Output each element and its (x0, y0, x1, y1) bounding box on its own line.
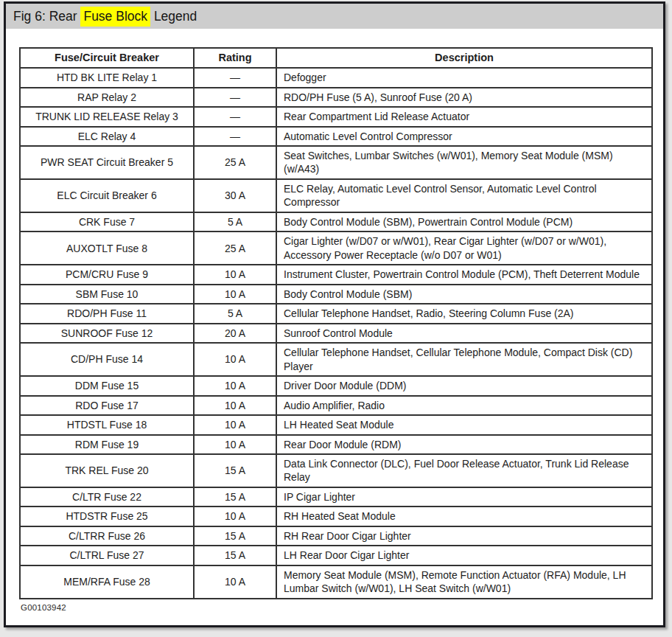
fuse-cell: CRK Fuse 7 (20, 212, 194, 232)
table-row: RDM Fuse 1910 ARear Door Module (RDM) (20, 435, 652, 454)
description-cell: RDO/PH Fuse (5 A), Sunroof Fuse (20 A) (276, 88, 652, 107)
fuse-cell: PWR SEAT Circuit Breaker 5 (20, 146, 194, 179)
rating-cell: 15 A (194, 487, 276, 507)
rating-cell: 10 A (194, 376, 276, 395)
description-cell: RH Rear Door Cigar Lighter (276, 526, 652, 546)
table-row: TRK REL Fuse 2015 AData Link Connector (… (20, 454, 652, 487)
fuse-cell: MEM/RFA Fuse 28 (20, 565, 194, 599)
table-row: SBM Fuse 1010 ABody Control Module (SBM) (20, 285, 652, 304)
rating-cell: 20 A (194, 324, 276, 343)
description-cell: ELC Relay, Automatic Level Control Senso… (276, 179, 652, 212)
rating-cell: 10 A (194, 343, 276, 376)
fuse-legend-table: Fuse/Circuit Breaker Rating Description … (19, 47, 653, 599)
figure-title-highlight: Fuse Block (80, 7, 150, 27)
rating-cell: — (194, 68, 276, 87)
table-row: PWR SEAT Circuit Breaker 525 ASeat Switc… (20, 146, 652, 179)
rating-cell: 10 A (194, 565, 276, 599)
fuse-cell: ELC Relay 4 (20, 127, 194, 146)
description-cell: Defogger (276, 68, 652, 87)
fuse-cell: SUNROOF Fuse 12 (20, 324, 194, 343)
column-header-fuse: Fuse/Circuit Breaker (20, 48, 194, 68)
fuse-cell: HTDSTL Fuse 18 (20, 415, 194, 434)
fuse-cell: C/LTRR Fuse 26 (20, 526, 194, 546)
rating-cell: — (194, 88, 276, 107)
description-cell: RH Heated Seat Module (276, 507, 652, 526)
fuse-cell: C/LTRL Fuse 27 (20, 546, 194, 565)
table-row: PCM/CRU Fuse 910 AInstrument Cluster, Po… (20, 265, 652, 284)
figure-title-prefix: Fig 6: Rear (13, 9, 80, 24)
rating-cell: 10 A (194, 396, 276, 415)
fuse-cell: RDO/PH Fuse 11 (20, 304, 194, 323)
table-header-row: Fuse/Circuit Breaker Rating Description (20, 48, 652, 68)
rating-cell: 15 A (194, 526, 276, 546)
rating-cell: — (194, 107, 276, 126)
fuse-cell: DDM Fuse 15 (20, 376, 194, 395)
table-row: MEM/RFA Fuse 2810 AMemory Seat Module (M… (20, 565, 652, 599)
table-row: C/LTRL Fuse 2715 ALH Rear Door Cigar Lig… (20, 546, 652, 565)
description-cell: Cellular Telephone Handset, Cellular Tel… (276, 343, 652, 376)
table-row: CD/PH Fuse 1410 ACellular Telephone Hand… (20, 343, 652, 376)
fuse-cell: HTD BK LITE Relay 1 (20, 68, 194, 87)
figure-code: G00103942 (21, 603, 663, 612)
table-row: RDO/PH Fuse 115 ACellular Telephone Hand… (20, 304, 652, 323)
figure-title-bar: Fig 6: Rear Fuse Block Legend (6, 4, 663, 29)
table-row: ELC Relay 4—Automatic Level Control Comp… (20, 127, 652, 146)
table-row: SUNROOF Fuse 1220 ASunroof Control Modul… (20, 324, 652, 343)
rating-cell: 5 A (194, 212, 276, 232)
description-cell: Seat Switches, Lumbar Switches (w/W01), … (276, 146, 652, 179)
description-cell: Cellular Telephone Handset, Radio, Steer… (276, 304, 652, 323)
description-cell: LH Heated Seat Module (276, 415, 652, 434)
table-row: RDO Fuse 1710 AAudio Amplifier, Radio (20, 396, 652, 415)
fuse-cell: ELC Circuit Breaker 6 (20, 179, 194, 212)
description-cell: Data Link Connector (DLC), Fuel Door Rel… (276, 454, 652, 487)
fuse-cell: RDO Fuse 17 (20, 396, 194, 415)
rating-cell: 25 A (194, 232, 276, 265)
description-cell: Rear Door Module (RDM) (276, 435, 652, 454)
fuse-cell: AUXOTLT Fuse 8 (20, 232, 194, 265)
table-row: ELC Circuit Breaker 630 AELC Relay, Auto… (20, 179, 652, 212)
description-cell: Cigar Lighter (w/D07 or w/W01), Rear Cig… (276, 232, 652, 265)
table-row: C/LTR Fuse 2215 AIP Cigar Lighter (20, 487, 652, 507)
table-row: TRUNK LID RELEASE Relay 3—Rear Compartme… (20, 107, 652, 126)
table-row: AUXOTLT Fuse 825 ACigar Lighter (w/D07 o… (20, 232, 652, 265)
rating-cell: — (194, 127, 276, 146)
fuse-cell: SBM Fuse 10 (20, 285, 194, 304)
rating-cell: 10 A (194, 435, 276, 454)
rating-cell: 10 A (194, 285, 276, 304)
table-row: RAP Relay 2—RDO/PH Fuse (5 A), Sunroof F… (20, 88, 652, 107)
fuse-cell: RAP Relay 2 (20, 88, 194, 107)
rating-cell: 10 A (194, 265, 276, 284)
rating-cell: 10 A (194, 507, 276, 526)
table-row: HTD BK LITE Relay 1—Defogger (20, 68, 652, 87)
document-frame: Fig 6: Rear Fuse Block Legend Fuse/Circu… (4, 1, 665, 627)
rating-cell: 15 A (194, 546, 276, 565)
fuse-cell: RDM Fuse 19 (20, 435, 194, 454)
fuse-cell: HTDSTR Fuse 25 (20, 507, 194, 526)
rating-cell: 25 A (194, 146, 276, 179)
table-row: HTDSTL Fuse 1810 ALH Heated Seat Module (20, 415, 652, 434)
document-content: Fuse/Circuit Breaker Rating Description … (6, 29, 663, 612)
fuse-cell: PCM/CRU Fuse 9 (20, 265, 194, 284)
fuse-table-body: HTD BK LITE Relay 1—DefoggerRAP Relay 2—… (20, 68, 652, 599)
fuse-cell: TRUNK LID RELEASE Relay 3 (20, 107, 194, 126)
description-cell: Driver Door Module (DDM) (276, 376, 652, 395)
description-cell: IP Cigar Lighter (276, 487, 652, 507)
table-row: CRK Fuse 75 ABody Control Module (SBM), … (20, 212, 652, 232)
table-row: C/LTRR Fuse 2615 ARH Rear Door Cigar Lig… (20, 526, 652, 546)
rating-cell: 5 A (194, 304, 276, 323)
description-cell: Instrument Cluster, Powertrain Control M… (276, 265, 652, 284)
description-cell: Automatic Level Control Compressor (276, 127, 652, 146)
description-cell: Sunroof Control Module (276, 324, 652, 343)
fuse-cell: C/LTR Fuse 22 (20, 487, 194, 507)
description-cell: Audio Amplifier, Radio (276, 396, 652, 415)
description-cell: LH Rear Door Cigar Lighter (276, 546, 652, 565)
rating-cell: 30 A (194, 179, 276, 212)
column-header-description: Description (276, 48, 652, 68)
fuse-cell: TRK REL Fuse 20 (20, 454, 194, 487)
rating-cell: 15 A (194, 454, 276, 487)
fuse-cell: CD/PH Fuse 14 (20, 343, 194, 376)
figure-title-suffix: Legend (150, 9, 197, 24)
description-cell: Body Control Module (SBM) (276, 285, 652, 304)
table-row: HTDSTR Fuse 2510 ARH Heated Seat Module (20, 507, 652, 526)
description-cell: Memory Seat Module (MSM), Remote Functio… (276, 565, 652, 599)
